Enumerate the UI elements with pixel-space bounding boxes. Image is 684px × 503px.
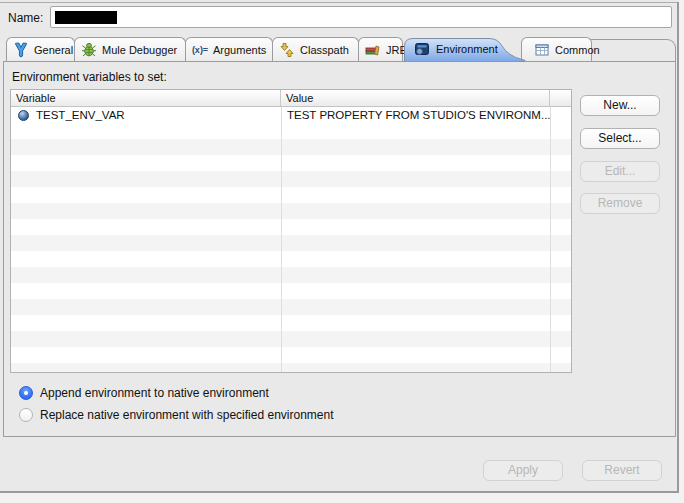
empty-table-row [11,219,571,235]
tab-general[interactable]: General [6,37,75,61]
radio-unselected-icon[interactable] [19,408,33,422]
tab-label: Environment [436,43,498,55]
tab-strip-outline [591,39,676,61]
tab-label: Classpath [300,44,349,56]
table-row[interactable]: TEST_ENV_VAR TEST PROPERTY FROM STUDIO'S… [11,107,571,123]
mule-project-icon [13,42,29,58]
empty-table-row [11,139,571,155]
table-header: Variable Value [11,90,571,107]
empty-table-row [11,347,571,363]
edit-button[interactable]: Edit... [580,161,660,182]
tab-label: Mule Debugger [102,44,177,56]
empty-table-row [11,155,571,171]
column-header-extra [550,90,571,106]
radio-selected-icon[interactable] [19,386,33,400]
redacted-name-value [55,11,117,24]
tab-environment-selected[interactable]: Environment [404,36,531,62]
empty-table-row [11,283,571,299]
empty-table-row [11,315,571,331]
empty-table-row [11,299,571,315]
outside-bottom [0,493,684,503]
empty-table-row [11,331,571,347]
classpath-arrows-icon [279,42,295,58]
empty-table-row [11,267,571,283]
table-empty-stripes [11,123,571,373]
table-body: TEST_ENV_VAR TEST PROPERTY FROM STUDIO'S… [11,107,571,373]
revert-button[interactable]: Revert [582,460,662,481]
environment-variables-table[interactable]: Variable Value TEST_ENV_VAR TEST PROPERT… [10,89,572,373]
arguments-icon: (x)= [192,42,208,58]
column-divider [550,107,551,373]
select-button[interactable]: Select... [580,128,660,149]
radio-label: Append environment to native environment [40,386,269,400]
column-header-variable[interactable]: Variable [11,90,281,106]
empty-table-row [11,235,571,251]
empty-table-row [11,123,571,139]
bug-icon [81,42,97,58]
outside-right [679,0,684,503]
name-input[interactable] [50,6,672,28]
radio-append-environment[interactable]: Append environment to native environment [19,386,269,400]
tab-mule-debugger[interactable]: Mule Debugger [74,37,186,61]
empty-table-row [11,363,571,373]
empty-table-row [11,203,571,219]
empty-table-row [11,171,571,187]
column-divider [281,107,282,373]
environment-icon [414,41,430,57]
tab-label: Common [555,44,600,56]
tab-label: General [34,44,73,56]
tab-common[interactable]: Common [521,37,592,61]
name-label: Name: [8,11,43,25]
tab-arguments[interactable]: (x)= Arguments [185,37,273,61]
new-button[interactable]: New... [580,95,660,116]
tab-jre[interactable]: JRE [358,37,403,61]
tab-label: Arguments [213,44,266,56]
column-header-value[interactable]: Value [281,90,550,106]
variable-name: TEST_ENV_VAR [36,109,125,121]
remove-button[interactable]: Remove [580,193,660,214]
library-books-icon [365,42,381,58]
tab-classpath[interactable]: Classpath [272,37,359,61]
launch-config-dialog: Name: General Mule Debugger (x)= Argumen… [0,0,684,503]
apply-button[interactable]: Apply [483,460,563,481]
empty-table-row [11,251,571,267]
empty-table-row [11,187,571,203]
section-label: Environment variables to set: [12,70,167,84]
variable-cell: TEST_ENV_VAR [11,109,281,121]
top-divider [0,2,684,3]
radio-label: Replace native environment with specifie… [40,408,334,422]
env-var-sphere-icon [18,110,29,121]
radio-replace-environment[interactable]: Replace native environment with specifie… [19,408,334,422]
table-grid-icon [534,42,550,58]
value-cell: TEST PROPERTY FROM STUDIO'S ENVIRONM... [281,109,550,121]
